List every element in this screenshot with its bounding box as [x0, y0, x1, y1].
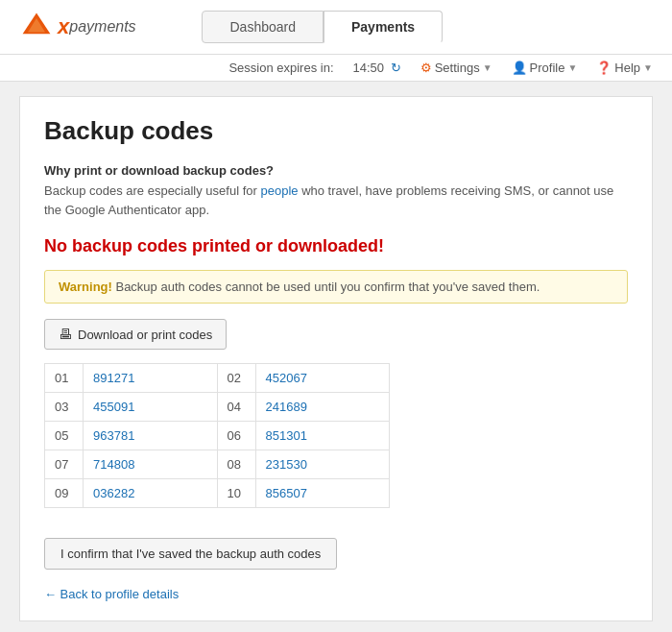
profile-link[interactable]: 👤 Profile ▼ — [512, 61, 578, 75]
table-row: 07 714808 08 231530 — [45, 450, 390, 479]
main-nav: Dashboard Payments — [202, 11, 443, 43]
why-title: Why print or download backup codes? — [44, 163, 628, 178]
code-value: 963781 — [84, 422, 218, 450]
code-num: 04 — [217, 393, 255, 422]
header: x payments Dashboard Payments — [0, 0, 672, 55]
download-icon: 🖶 — [59, 327, 72, 342]
code-num: 02 — [217, 364, 255, 393]
code-value: 231530 — [255, 450, 390, 479]
logo-x: x — [58, 14, 69, 39]
code-num: 08 — [217, 450, 255, 479]
main-content: Backup codes Why print or download backu… — [19, 96, 653, 621]
code-value: 856507 — [255, 479, 390, 508]
warning-box: Warning! Backup auth codes cannot be use… — [44, 270, 628, 304]
code-num: 06 — [217, 422, 255, 450]
confirm-saved-button[interactable]: I confirm that I've saved the backup aut… — [44, 538, 337, 570]
code-value: 455091 — [84, 393, 218, 422]
profile-caret: ▼ — [567, 62, 577, 73]
logo: x payments — [19, 10, 136, 44]
code-num: 05 — [45, 422, 84, 450]
code-value: 714808 — [84, 450, 218, 479]
table-row: 03 455091 04 241689 — [45, 393, 390, 422]
warning-text: Backup auth codes cannot be used until y… — [115, 280, 540, 294]
code-value: 891271 — [84, 364, 218, 393]
people-link[interactable]: people — [260, 183, 298, 198]
session-bar: Session expires in: 14:50 ↻ ⚙ Settings ▼… — [0, 55, 672, 82]
page-title: Backup codes — [44, 116, 628, 146]
session-time: 14:50 ↻ — [353, 61, 401, 75]
code-num: 03 — [45, 393, 84, 422]
download-print-button[interactable]: 🖶 Download or print codes — [44, 319, 227, 350]
code-value: 851301 — [255, 422, 390, 450]
code-num: 07 — [45, 450, 84, 479]
payments-tab[interactable]: Payments — [324, 11, 443, 43]
backup-codes-table: 01 891271 02 452067 03 455091 04 241689 … — [44, 363, 390, 508]
profile-icon: 👤 — [512, 61, 527, 75]
settings-caret: ▼ — [483, 62, 492, 73]
settings-icon: ⚙ — [420, 61, 432, 75]
warning-label: Warning! — [59, 280, 112, 294]
help-link[interactable]: ❓ Help ▼ — [596, 61, 653, 75]
table-row: 09 036282 10 856507 — [45, 479, 390, 508]
code-value: 241689 — [255, 393, 390, 422]
logo-icon — [19, 10, 54, 44]
code-value: 452067 — [255, 364, 390, 393]
code-num: 01 — [45, 364, 84, 393]
logo-payments: payments — [69, 18, 135, 36]
refresh-icon[interactable]: ↻ — [391, 61, 401, 75]
session-label: Session expires in: — [228, 61, 333, 75]
code-value: 036282 — [84, 479, 218, 508]
table-row: 01 891271 02 452067 — [45, 364, 390, 393]
dashboard-tab[interactable]: Dashboard — [202, 11, 324, 43]
settings-link[interactable]: ⚙ Settings ▼ — [420, 61, 492, 75]
back-to-profile-link[interactable]: ← Back to profile details — [44, 587, 179, 601]
why-text: Backup codes are especially useful for p… — [44, 182, 628, 219]
table-row: 05 963781 06 851301 — [45, 422, 390, 450]
help-icon: ❓ — [596, 61, 612, 75]
code-num: 09 — [45, 479, 84, 508]
no-codes-message: No backup codes printed or downloaded! — [44, 236, 628, 256]
code-num: 10 — [217, 479, 255, 508]
help-caret: ▼ — [643, 62, 653, 73]
why-section: Why print or download backup codes? Back… — [44, 163, 628, 219]
